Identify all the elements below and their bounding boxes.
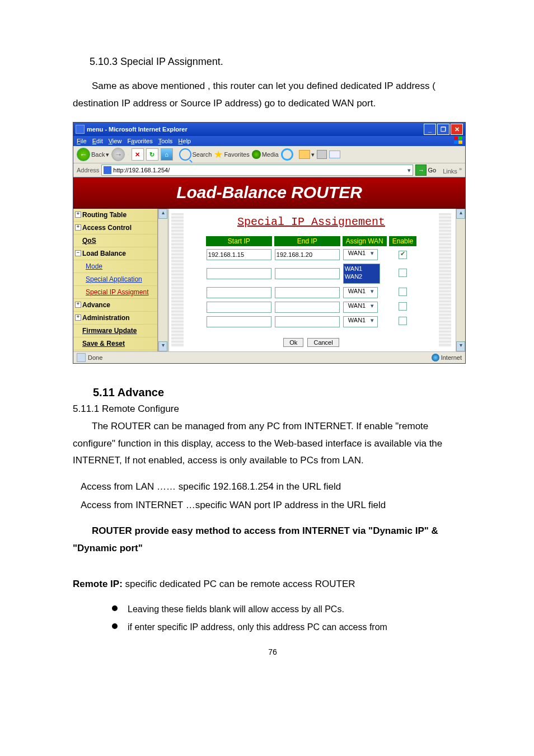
col-enable: Enable — [389, 236, 416, 246]
stop-button[interactable]: ✕ — [132, 148, 144, 161]
folders-button[interactable]: ▾ — [299, 150, 315, 159]
printer-icon — [317, 150, 327, 159]
start-ip-input[interactable] — [207, 302, 271, 313]
media-button[interactable]: Media — [252, 150, 279, 159]
sidebar-item-admin[interactable]: +Administration — [73, 312, 157, 325]
address-label: Address — [77, 167, 99, 173]
main-scrollbar[interactable]: ▴ ▾ — [456, 209, 465, 351]
end-ip-input[interactable] — [275, 316, 340, 327]
ok-button[interactable]: Ok — [283, 338, 303, 347]
scroll-down-icon[interactable]: ▾ — [456, 341, 465, 351]
ip-assignment-table: Start IP End IP Assign WAN Enable WAN1▾W… — [204, 234, 419, 330]
refresh-button[interactable]: ↻ — [146, 148, 158, 161]
sidebar-item-firmware[interactable]: Firmware Update — [73, 325, 157, 337]
sidebar-item-save[interactable]: Save & Reset — [73, 337, 157, 350]
plus-icon[interactable]: + — [75, 314, 81, 321]
start-ip-input[interactable] — [207, 268, 271, 279]
assign-wan-select[interactable]: WAN1▾ — [343, 249, 378, 260]
window-title: menu - Microsoft Internet Explorer — [87, 126, 423, 133]
section-5-10-3-para: Same as above mentioned , this router ca… — [73, 78, 472, 112]
scroll-up-icon[interactable]: ▴ — [158, 209, 167, 219]
scroll-up-icon[interactable]: ▴ — [456, 209, 465, 219]
sidebar-item-qos[interactable]: QoS — [73, 234, 157, 247]
enable-checkbox[interactable] — [399, 269, 407, 277]
sidebar-item-special-ip[interactable]: Special IP Assigment — [73, 286, 157, 299]
address-value: http://192.168.1.254/ — [113, 167, 170, 173]
plus-icon[interactable]: + — [75, 224, 81, 231]
search-icon — [179, 148, 191, 161]
window-minimize-button[interactable]: _ — [424, 124, 436, 135]
sidebar-item-routing[interactable]: +Routing Table — [73, 209, 157, 222]
favorites-button[interactable]: ★ Favorites — [214, 148, 249, 161]
col-assign-wan: Assign WAN — [343, 236, 387, 246]
plus-icon[interactable]: + — [75, 302, 81, 308]
sidebar-item-loadbalance[interactable]: −Load Balance — [73, 247, 157, 260]
back-button[interactable]: ← Back ▾ — [77, 148, 109, 161]
list-item: Leaving these fields blank will allow ac… — [112, 602, 472, 617]
mail-button[interactable] — [329, 151, 340, 158]
start-ip-input[interactable] — [207, 249, 271, 260]
menu-view[interactable]: View — [109, 138, 122, 144]
folder-icon — [299, 150, 310, 159]
links-label[interactable]: Links » — [443, 166, 462, 175]
access-from-internet: Access from INTERNET …specific WAN port … — [81, 497, 472, 514]
table-row: WAN1▾ — [206, 248, 416, 261]
window-titlebar: menu - Microsoft Internet Explorer _ ❐ ✕ — [73, 123, 465, 136]
go-button[interactable]: → — [415, 165, 427, 176]
access-from-lan: Access from LAN …… specific 192.168.1.25… — [81, 478, 472, 496]
sidebar-item-access[interactable]: +Access Control — [73, 222, 157, 234]
menu-bar: File Edit View Favorites Tools Help — [73, 136, 465, 146]
cancel-button[interactable]: Cancel — [307, 338, 339, 347]
print-button[interactable] — [317, 150, 327, 159]
menu-favorites[interactable]: Favorites — [127, 138, 152, 144]
menu-help[interactable]: Help — [178, 138, 191, 144]
plus-icon[interactable]: + — [75, 212, 81, 218]
assign-wan-select[interactable]: WAN1▾ — [343, 287, 378, 298]
enable-checkbox[interactable] — [399, 288, 407, 296]
start-ip-input[interactable] — [207, 316, 271, 327]
bullet-icon — [112, 605, 118, 611]
section-5-11-1-para: The ROUTER can be managed from any PC fr… — [73, 418, 472, 469]
right-edge-decoration — [439, 213, 451, 347]
search-button[interactable]: Search — [179, 148, 212, 161]
sidebar-item-advance[interactable]: +Advance — [73, 299, 157, 312]
table-row: WAN1▾ — [206, 316, 416, 328]
forward-button[interactable]: → — [111, 148, 125, 161]
assign-wan-select[interactable]: WAN1▾ — [343, 302, 378, 313]
window-close-button[interactable]: ✕ — [451, 124, 463, 135]
scroll-down-icon[interactable]: ▾ — [158, 341, 167, 351]
history-icon — [281, 148, 293, 161]
bullet-icon — [112, 623, 118, 629]
col-end-ip: End IP — [274, 236, 340, 246]
menu-tools[interactable]: Tools — [158, 138, 173, 144]
history-button[interactable] — [281, 148, 293, 161]
status-done: Done — [88, 354, 102, 361]
address-input[interactable]: http://192.168.1.254/ ▾ — [101, 165, 413, 176]
remote-ip-bullets: Leaving these fields blank will allow ac… — [112, 602, 472, 634]
window-maximize-button[interactable]: ❐ — [437, 124, 449, 135]
table-row: WAN1▾ — [206, 287, 416, 299]
enable-checkbox[interactable] — [399, 302, 407, 311]
toolbar: ← Back ▾ → · ✕ ↻ ⌂ Search ★ Favorites Me… — [73, 146, 465, 163]
dynamic-ip-note: ROUTER provide easy method to access fro… — [73, 523, 472, 557]
sidebar-item-mode[interactable]: Mode — [73, 260, 157, 273]
sidebar-scrollbar[interactable]: ▴ ▾ — [158, 209, 167, 351]
minus-icon[interactable]: − — [75, 250, 81, 256]
end-ip-input[interactable] — [275, 268, 340, 279]
star-icon: ★ — [214, 148, 223, 161]
assign-wan-select[interactable]: WAN1WAN2 — [343, 264, 380, 284]
enable-checkbox[interactable] — [399, 251, 407, 259]
page-number: 76 — [73, 647, 472, 656]
end-ip-input[interactable] — [275, 287, 340, 298]
section-5-10-3-head: 5.10.3 Special IP Assignment. — [90, 56, 472, 68]
menu-file[interactable]: File — [77, 138, 87, 144]
go-label: Go — [428, 167, 436, 173]
assign-wan-select[interactable]: WAN1▾ — [343, 316, 378, 327]
sidebar-item-special-app[interactable]: Special Application — [73, 273, 157, 286]
end-ip-input[interactable] — [275, 249, 340, 260]
home-button[interactable]: ⌂ — [161, 148, 173, 161]
end-ip-input[interactable] — [275, 302, 340, 313]
start-ip-input[interactable] — [207, 287, 271, 298]
enable-checkbox[interactable] — [399, 317, 407, 325]
menu-edit[interactable]: Edit — [92, 138, 103, 144]
